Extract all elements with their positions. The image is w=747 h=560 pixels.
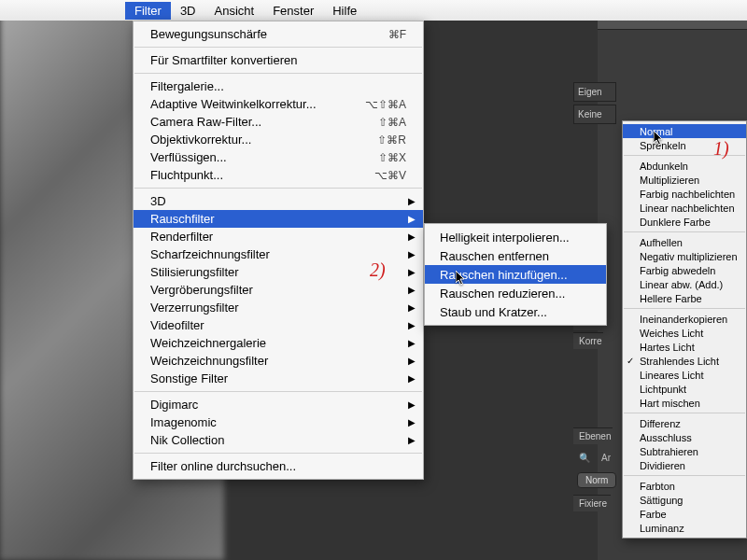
blend-saettigung[interactable]: Sättigung — [623, 493, 746, 507]
blend-label: Strahlendes Licht — [640, 356, 719, 367]
panel-tab-layers[interactable]: Ebenen — [573, 427, 613, 444]
menu-shortcut: ⇧⌘X — [378, 151, 406, 164]
blend-label: Farbton — [640, 481, 675, 492]
menu-item-stilisierungsfilter[interactable]: Stilisierungsfilter▶ — [134, 263, 423, 281]
blend-normal[interactable]: Normal — [623, 124, 746, 138]
blend-ausschluss[interactable]: Ausschluss — [623, 430, 746, 444]
blend-label: Hart mischen — [640, 398, 700, 409]
menu-separator — [134, 453, 422, 454]
submenu-arrow-icon: ▶ — [408, 285, 416, 295]
menu-separator — [624, 413, 745, 413]
blend-label: Farbe — [640, 509, 667, 520]
menu-separator — [624, 155, 745, 156]
blend-farbe[interactable]: Farbe — [623, 507, 746, 521]
menu-item-digimarc[interactable]: Digimarc▶ — [134, 396, 423, 413]
submenu-item-staub-kratzer[interactable]: Staub und Kratzer... — [425, 302, 606, 321]
blend-label: Weiches Licht — [640, 328, 703, 339]
menu-shortcut: ⇧⌘A — [378, 116, 406, 129]
blend-weiches-licht[interactable]: Weiches Licht — [623, 326, 746, 340]
menu-item-convert-smartfilter[interactable]: Für Smartfilter konvertieren — [134, 51, 423, 69]
menu-item-camera-raw[interactable]: Camera Raw-Filter...⇧⌘A — [134, 113, 423, 131]
menu-item-label: Verzerrungsfilter — [150, 301, 406, 315]
menu-item-browse-filters-online[interactable]: Filter online durchsuchen... — [134, 457, 423, 475]
menu-item-verzerrungsfilter[interactable]: Verzerrungsfilter▶ — [134, 299, 423, 316]
layer-search-field[interactable]: 🔍Ar — [573, 448, 616, 465]
blend-differenz[interactable]: Differenz — [623, 416, 746, 430]
submenu-arrow-icon: ▶ — [408, 196, 416, 206]
blend-sprenkeln[interactable]: Sprenkeln — [623, 138, 746, 152]
menu-item-weichzeichnungsfilter[interactable]: Weichzeichnungsfilter▶ — [134, 352, 423, 370]
submenu-arrow-icon: ▶ — [408, 338, 416, 348]
blend-negativ-multiplizieren[interactable]: Negativ multiplizieren — [623, 249, 746, 263]
menu-item-scharfzeichnungsfilter[interactable]: Scharfzeichnungsfilter▶ — [134, 245, 423, 263]
blend-dunklere-farbe[interactable]: Dunklere Farbe — [623, 215, 746, 229]
blend-lineares-licht[interactable]: Lineares Licht — [623, 368, 746, 382]
blend-ineinanderkopieren[interactable]: Ineinanderkopieren — [623, 312, 746, 326]
menu-item-nik-collection[interactable]: Nik Collection▶ — [134, 431, 423, 449]
menu-item-label: Helligkeit interpolieren... — [440, 231, 570, 245]
blend-strahlendes-licht[interactable]: ✓Strahlendes Licht — [623, 354, 746, 368]
menu-item-videofilter[interactable]: Videofilter▶ — [134, 316, 423, 334]
menu-hilfe[interactable]: Hilfe — [323, 2, 366, 20]
blend-label: Ausschluss — [640, 432, 692, 443]
menu-separator — [624, 475, 745, 476]
menu-item-rauschfilter[interactable]: Rauschfilter▶ — [134, 210, 423, 228]
menu-item-label: 3D — [150, 194, 406, 208]
menu-item-imagenomic[interactable]: Imagenomic▶ — [134, 413, 423, 431]
submenu-item-rauschen-reduzieren[interactable]: Rauschen reduzieren... — [425, 284, 606, 302]
submenu-item-rauschen-hinzufuegen[interactable]: Rauschen hinzufügen... — [425, 265, 606, 284]
blend-label: Ineinanderkopieren — [640, 314, 727, 325]
blend-hellere-farbe[interactable]: Hellere Farbe — [623, 291, 746, 305]
menu-fenster[interactable]: Fenster — [263, 2, 323, 20]
menu-ansicht[interactable]: Ansicht — [205, 2, 264, 20]
menu-item-fluchtpunkt[interactable]: Fluchtpunkt...⌥⌘V — [134, 166, 423, 184]
submenu-arrow-icon: ▶ — [408, 373, 416, 384]
blend-mode-dropdown[interactable]: Norm — [577, 472, 616, 488]
menu-item-vergroeberungsfilter[interactable]: Vergröberungsfilter▶ — [134, 281, 423, 299]
blend-label: Normal — [640, 126, 672, 137]
menu-item-weichzeichnergalerie[interactable]: Weichzeichnergalerie▶ — [134, 334, 423, 352]
menu-separator — [134, 391, 422, 392]
blend-lichtpunkt[interactable]: Lichtpunkt — [623, 382, 746, 396]
blend-luminanz[interactable]: Luminanz — [623, 521, 746, 535]
menu-item-last-filter[interactable]: Bewegungsunschärfe ⌘F — [134, 25, 423, 43]
blend-label: Lineares Licht — [640, 370, 704, 381]
submenu-arrow-icon: ▶ — [408, 214, 416, 224]
menu-separator — [134, 73, 422, 74]
blend-linear-nachbelichten[interactable]: Linear nachbelichten — [623, 201, 746, 215]
submenu-arrow-icon: ▶ — [408, 267, 416, 277]
blend-dividieren[interactable]: Dividieren — [623, 458, 746, 472]
blend-farbig-nachbelichten[interactable]: Farbig nachbelichten — [623, 187, 746, 201]
submenu-item-rauschen-entfernen[interactable]: Rauschen entfernen — [425, 246, 606, 265]
panel-tab-korrekturen[interactable]: Korre — [573, 332, 603, 349]
menu-separator — [624, 308, 745, 309]
panel-tab-properties[interactable]: Eigen — [573, 82, 616, 102]
blend-hart-mischen[interactable]: Hart mischen — [623, 396, 746, 410]
blend-farbton[interactable]: Farbton — [623, 479, 746, 493]
blend-subtrahieren[interactable]: Subtrahieren — [623, 444, 746, 458]
blend-hartes-licht[interactable]: Hartes Licht — [623, 340, 746, 354]
menu-item-label: Sonstige Filter — [150, 371, 406, 385]
menu-item-3d-filters[interactable]: 3D▶ — [134, 192, 423, 210]
application-menubar: Filter 3D Ansicht Fenster Hilfe — [0, 0, 747, 21]
blend-farbig-abwedeln[interactable]: Farbig abwedeln — [623, 263, 746, 277]
menu-item-label: Rauschen entfernen — [440, 249, 549, 263]
menu-item-adaptive-weitwinkel[interactable]: Adaptive Weitwinkelkorrektur...⌥⇧⌘A — [134, 95, 423, 113]
blend-label: Differenz — [640, 418, 681, 429]
menu-item-label: Nik Collection — [150, 433, 406, 447]
blend-linear-abw[interactable]: Linear abw. (Add.) — [623, 277, 746, 291]
menu-item-filtergalerie[interactable]: Filtergalerie... — [134, 77, 423, 95]
menu-3d[interactable]: 3D — [171, 2, 205, 20]
submenu-item-helligkeit-interpolieren[interactable]: Helligkeit interpolieren... — [425, 228, 606, 246]
menu-item-label: Bewegungsunschärfe — [150, 27, 388, 41]
blend-label: Farbig nachbelichten — [640, 189, 735, 200]
blend-aufhellen[interactable]: Aufhellen — [623, 235, 746, 249]
blend-label: Sprenkeln — [640, 140, 686, 151]
menu-filter[interactable]: Filter — [125, 2, 171, 20]
menu-item-objektivkorrektur[interactable]: Objektivkorrektur...⇧⌘R — [134, 131, 423, 148]
menu-item-renderfilter[interactable]: Renderfilter▶ — [134, 228, 423, 245]
menu-item-verfluessigen[interactable]: Verflüssigen...⇧⌘X — [134, 148, 423, 166]
menu-item-sonstige-filter[interactable]: Sonstige Filter▶ — [134, 370, 423, 387]
blend-multiplizieren[interactable]: Multiplizieren — [623, 173, 746, 187]
blend-abdunkeln[interactable]: Abdunkeln — [623, 159, 746, 173]
